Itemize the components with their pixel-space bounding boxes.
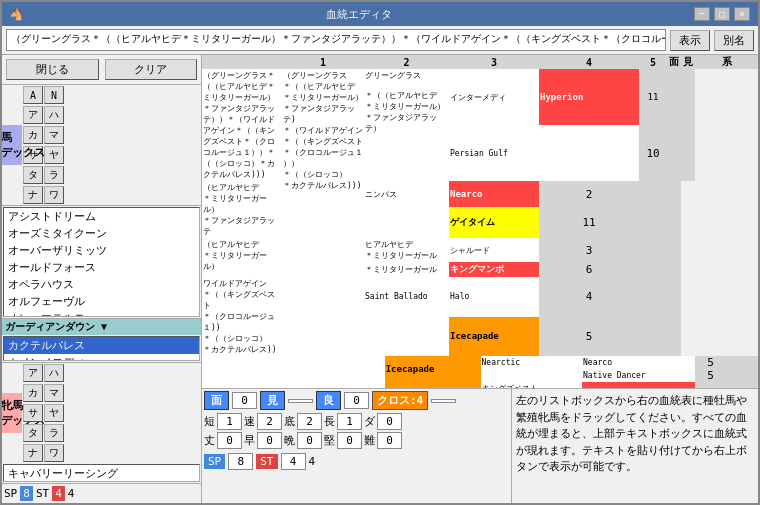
- cell-4-hyperion1: Hyperion: [539, 69, 639, 125]
- mare-idx-a[interactable]: ア: [23, 364, 43, 382]
- sire-horse-item[interactable]: オルフェーヴル: [4, 293, 199, 310]
- idx-n[interactable]: N: [44, 86, 64, 104]
- naga-val[interactable]: 1: [337, 413, 362, 430]
- ban-val[interactable]: 0: [297, 432, 322, 449]
- mi-9: [726, 356, 742, 369]
- guardian-horse-item-selected[interactable]: カクテルパレス: [4, 337, 199, 354]
- nani-val[interactable]: 0: [377, 432, 402, 449]
- cell-4-icecapade1: Icecapade: [449, 317, 539, 357]
- mi-2: [667, 125, 681, 181]
- mi-value[interactable]: [288, 399, 313, 403]
- tan-val[interactable]: 1: [217, 413, 242, 430]
- mare-horse-item[interactable]: キャバリーリーシング: [4, 465, 199, 482]
- maximize-button[interactable]: □: [714, 7, 730, 21]
- num-5-3: 5: [695, 369, 727, 382]
- haya-val[interactable]: 0: [257, 432, 282, 449]
- soko-val[interactable]: 2: [297, 413, 322, 430]
- idx-a-ka[interactable]: ア: [23, 106, 43, 124]
- col-header-kei: 系: [695, 55, 758, 69]
- cell-4-kingmambo1: キングマンボ: [449, 262, 539, 277]
- sp-label: SP: [4, 487, 17, 500]
- mare-idx-ha[interactable]: ハ: [44, 364, 64, 382]
- num-10-1: 10: [639, 125, 667, 181]
- info-panel: 左のリストボックスから右の血統表に種牡馬や繁殖牝馬をドラッグしてください。すべて…: [512, 389, 758, 503]
- col-header-1: 1: [282, 55, 364, 69]
- guardian-label: ガーディアンダウン ▼: [2, 318, 201, 335]
- mi-1: [667, 69, 681, 125]
- kei-8: [667, 317, 681, 357]
- mi-4: [639, 207, 667, 238]
- kei-3: [667, 181, 681, 207]
- formula-input[interactable]: （グリーングラス＊（（ヒアルヤヒデ＊ミリタリーガール）＊ファンタジアラッテ））＊…: [6, 29, 666, 51]
- mare-idx-ka[interactable]: カ: [23, 384, 43, 402]
- mare-section-label: 繁殖牝馬インデックス: [2, 393, 22, 433]
- sire-section-label: 種牡馬インデックス: [2, 125, 22, 165]
- cell-4-persian: [539, 125, 639, 181]
- cell-3-persian: Persian Gulf: [449, 125, 539, 181]
- window-title: 血統エディタ: [326, 7, 392, 22]
- cell-0-sire: （グリーングラス＊（（ヒアルヤヒデ＊ミリタリーガール）＊ファンタジアラッテ））＊…: [202, 69, 282, 181]
- da-label: ダ: [364, 414, 375, 429]
- kata-val[interactable]: 0: [337, 432, 362, 449]
- display-button[interactable]: 表示: [670, 30, 710, 51]
- idx-ha[interactable]: ハ: [44, 106, 64, 124]
- cell-2-hiaruya: （ヒアルヤヒデ＊ミリタリーガール）＊ファンタジアラッテ: [202, 181, 282, 238]
- clear-btn[interactable]: クリア: [105, 59, 198, 80]
- col-header-4: 4: [539, 55, 639, 69]
- minimize-button[interactable]: ─: [694, 7, 710, 21]
- sp-val-bot[interactable]: 8: [228, 453, 253, 470]
- mi-3: [639, 181, 667, 207]
- idx-na[interactable]: ナ: [23, 186, 43, 204]
- ryo-value[interactable]: 0: [344, 392, 369, 409]
- soku-val[interactable]: 2: [257, 413, 282, 430]
- mi-6: [639, 262, 667, 277]
- mare-idx-ra[interactable]: ラ: [44, 424, 64, 442]
- idx-ma[interactable]: マ: [44, 126, 64, 144]
- soku-label: 速: [244, 414, 255, 429]
- mare-idx-ta[interactable]: タ: [23, 424, 43, 442]
- idx-a[interactable]: A: [23, 86, 43, 104]
- sire-horse-list[interactable]: アシストドリーム オーズミタイクーン オーバーザリミッツ オールドフォース オペ…: [3, 207, 200, 317]
- bottom-section: 面 0 見 良 0 クロス:4 短 1 速 2: [202, 388, 758, 503]
- guardian-horse-list[interactable]: カクテルパレス カノンメロディ カラーフロード キャットフレンド キャタリナ キ…: [3, 336, 200, 361]
- close-btn[interactable]: 閉じる: [6, 59, 99, 80]
- sire-horse-item[interactable]: オーバーザリミッツ: [4, 242, 199, 259]
- pedigree-table-2: Icecapade Nearctic Nearco 5 Native Dance…: [202, 356, 758, 388]
- mare-idx-sa[interactable]: サ: [23, 404, 43, 422]
- mare-idx-ma[interactable]: マ: [44, 384, 64, 402]
- idx-ta[interactable]: タ: [23, 166, 43, 184]
- cell-2-icecapade: Icecapade: [385, 356, 481, 382]
- kei-7: [667, 277, 681, 317]
- men-value[interactable]: 0: [232, 392, 257, 409]
- sire-horse-item[interactable]: オーズミタイクーン: [4, 225, 199, 242]
- stats-panel: 面 0 見 良 0 クロス:4 短 1 速 2: [202, 389, 512, 503]
- idx-ya[interactable]: ヤ: [44, 146, 64, 164]
- cell-3-sb2: [364, 317, 449, 357]
- cross-value[interactable]: [431, 399, 456, 403]
- sire-horse-item[interactable]: オペラハウス: [4, 276, 199, 293]
- sire-horse-item[interactable]: アシストドリーム: [4, 208, 199, 225]
- da-val[interactable]: 0: [377, 413, 402, 430]
- cell-4-nearco1: Nearco: [449, 181, 539, 207]
- mi-8: [639, 317, 667, 357]
- center-content: 1 2 3 4 5 面 見 系 （グリーングラス＊（（: [202, 55, 758, 503]
- idx-wa[interactable]: ワ: [44, 186, 64, 204]
- mare-idx-wa[interactable]: ワ: [44, 444, 64, 462]
- mare-idx-ya[interactable]: ヤ: [44, 404, 64, 422]
- haya-label: 早: [244, 433, 255, 448]
- mare-horse-list[interactable]: キャバリーリーシング キャピタリスト: [3, 464, 200, 482]
- sire-horse-item[interactable]: オレハマテルモ: [4, 310, 199, 317]
- mare-idx-na[interactable]: ナ: [23, 444, 43, 462]
- formula-bar: （グリーングラス＊（（ヒアルヤヒデ＊ミリタリーガール）＊ファンタジアラッテ））＊…: [2, 26, 758, 55]
- sire-horse-item[interactable]: オールドフォース: [4, 259, 199, 276]
- cell-3-empty: [364, 207, 449, 238]
- guardian-horse-item[interactable]: カノンメロディ: [4, 354, 199, 361]
- ryo-label: 良: [316, 391, 341, 410]
- jo-val[interactable]: 0: [217, 432, 242, 449]
- st-val-bot[interactable]: 4: [281, 453, 306, 470]
- num-11-1: 11: [639, 69, 667, 125]
- alias-button[interactable]: 別名: [714, 30, 754, 51]
- close-button[interactable]: ×: [734, 7, 750, 21]
- idx-ra[interactable]: ラ: [44, 166, 64, 184]
- cross-label: クロス:4: [372, 391, 428, 410]
